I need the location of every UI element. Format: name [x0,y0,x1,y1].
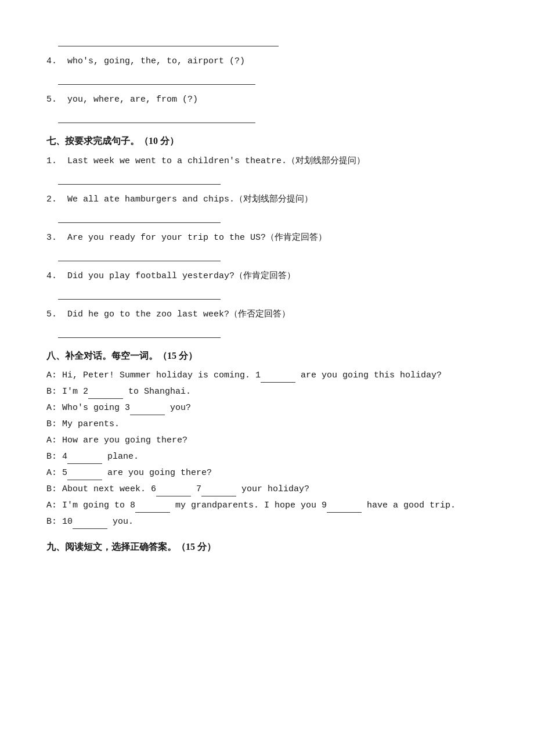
question-5-content: you, where, are, from (?) [67,95,198,105]
s7q3-answer-line [58,250,221,261]
s7q1-num: 1. [46,156,57,166]
section7-q1: 1. Last week we went to a children's the… [46,154,488,185]
section7-q3: 3. Are you ready for your trip to the US… [46,231,488,261]
s7q5-num: 5. [46,309,57,319]
s7q4-answer-line [58,288,221,300]
blank-2 [88,390,123,399]
section7-q5: 5. Did he go to the zoo last week?（作否定回答… [46,308,488,338]
dialogue-line-10: B: 10 you. [46,515,488,529]
section7-q2: 2. We all ate hamburgers and chips.（对划线部… [46,193,488,223]
s7q5-text: Did he go to the zoo last week?（作否定回答） [67,309,290,319]
blank-8 [135,503,170,513]
dialogue-line-7: A: 5 are you going there? [46,466,488,480]
s7q1-answer-line [58,173,221,185]
s7q1-text: Last week we went to a children's theatr… [67,156,365,166]
question-4-reorder: 4. who's, going, the, to, airport (?) [46,55,488,85]
dialogue-line-1: A: Hi, Peter! Summer holiday is coming. … [46,369,488,383]
answer-line-4 [58,73,255,85]
top-answer-line [58,35,279,46]
dialogue-line-8: B: About next week. 6 7 your holiday? [46,483,488,496]
blank-7 [201,487,236,496]
section-8: 八、补全对话。每空一词。（15 分） A: Hi, Peter! Summer … [46,348,488,530]
answer-line-5 [58,111,255,123]
section-7: 七、按要求完成句子。（10 分） 1. Last week we went to… [46,134,488,338]
blank-3 [130,406,165,415]
section-8-title: 八、补全对话。每空一词。（15 分） [46,348,488,363]
dialogue-line-4: B: My parents. [46,417,488,431]
dialogue-line-2: B: I'm 2 to Shanghai. [46,385,488,399]
dialogue-line-5: A: How are you going there? [46,434,488,448]
dialogue-line-3: A: Who's going 3 you? [46,401,488,415]
s7q2-text: We all ate hamburgers and chips.（对划线部分提问… [67,195,313,204]
blank-9 [327,503,362,513]
blank-6 [156,487,191,496]
s7q3-num: 3. [46,233,57,243]
s7q2-answer-line [58,211,221,223]
question-4-num: 4. [46,56,57,66]
section-7-title: 七、按要求完成句子。（10 分） [46,134,488,149]
section7-q4: 4. Did you play football yesterday?（作肯定回… [46,269,488,300]
section-9: 九、阅读短文，选择正确答案。（15 分） [46,539,488,555]
s7q5-answer-line [58,326,221,338]
blank-5 [67,471,102,480]
s7q4-text: Did you play football yesterday?（作肯定回答） [67,271,295,281]
s7q3-text: Are you ready for your trip to the US?（作… [67,233,327,243]
question-5-num: 5. [46,95,57,105]
question-4-text: 4. who's, going, the, to, airport (?) [46,55,488,69]
question-5-reorder: 5. you, where, are, from (?) [46,93,488,123]
section-9-title: 九、阅读短文，选择正确答案。（15 分） [46,539,488,555]
dialogue-line-6: B: 4 plane. [46,450,488,464]
blank-10 [73,520,107,529]
blank-1 [261,373,295,383]
blank-4 [67,455,102,464]
question-5-text: 5. you, where, are, from (?) [46,93,488,107]
question-4-content: who's, going, the, to, airport (?) [67,56,245,66]
s7q2-num: 2. [46,195,57,204]
dialogue-line-9: A: I'm going to 8 my grandparents. I hop… [46,499,488,513]
s7q4-num: 4. [46,271,57,281]
